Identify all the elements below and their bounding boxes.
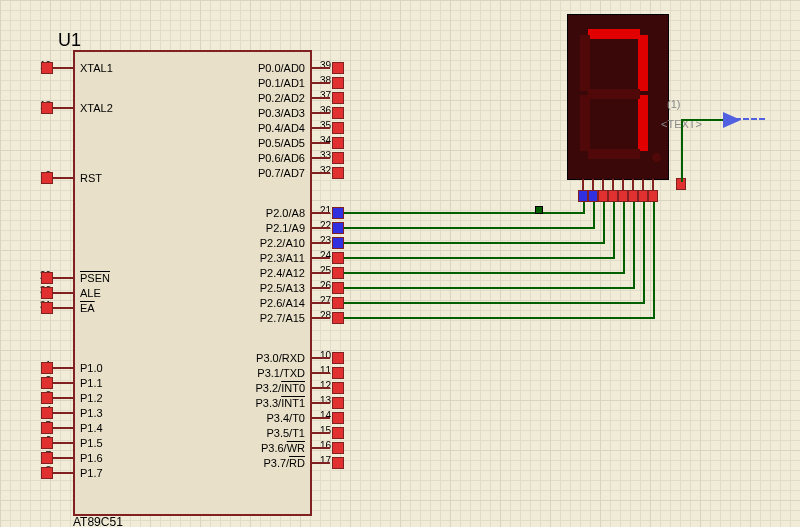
pin-pad[interactable] bbox=[332, 352, 344, 364]
pin-number: 14 bbox=[320, 410, 331, 421]
pin-lead bbox=[53, 457, 73, 459]
pin-number: 23 bbox=[320, 235, 331, 246]
pin-pad[interactable] bbox=[41, 467, 53, 479]
pin-pad[interactable] bbox=[332, 457, 344, 469]
pin-pad[interactable] bbox=[41, 302, 53, 314]
pin-pad[interactable] bbox=[41, 422, 53, 434]
pin-pad[interactable] bbox=[332, 92, 344, 104]
pin-pad[interactable] bbox=[332, 252, 344, 264]
pin-label: P3.7/RD bbox=[225, 457, 305, 469]
pin-lead bbox=[310, 417, 330, 419]
pin-pad[interactable] bbox=[332, 107, 344, 119]
pin-pad[interactable] bbox=[332, 77, 344, 89]
pin-label: P2.4/A12 bbox=[225, 267, 305, 279]
pin-number: 25 bbox=[320, 265, 331, 276]
pin-number: 38 bbox=[320, 75, 331, 86]
pin-pad[interactable] bbox=[332, 152, 344, 164]
segment-b bbox=[638, 35, 648, 91]
pin-pad[interactable] bbox=[332, 267, 344, 279]
pin-number: 36 bbox=[320, 105, 331, 116]
pin-number: 26 bbox=[320, 280, 331, 291]
pin-lead bbox=[53, 292, 73, 294]
pin-pad[interactable] bbox=[332, 442, 344, 454]
chip-ref: U1 bbox=[58, 30, 81, 51]
pin-pad[interactable] bbox=[332, 222, 344, 234]
pin-number: 33 bbox=[320, 150, 331, 161]
wire bbox=[681, 119, 683, 182]
pin-label: P3.1/TXD bbox=[225, 367, 305, 379]
pin-number: 13 bbox=[320, 395, 331, 406]
pin-lead bbox=[310, 172, 330, 174]
pin-label: P1.0 bbox=[80, 362, 103, 374]
pin-pad[interactable] bbox=[41, 362, 53, 374]
pin-label: RST bbox=[80, 172, 102, 184]
pin-pad[interactable] bbox=[41, 102, 53, 114]
pin-pad[interactable] bbox=[332, 397, 344, 409]
pin-label: XTAL2 bbox=[80, 102, 113, 114]
wire bbox=[344, 287, 633, 289]
display-pin-pad[interactable] bbox=[618, 190, 628, 202]
pin-lead bbox=[53, 307, 73, 309]
probe-tail bbox=[735, 118, 765, 120]
pin-pad[interactable] bbox=[41, 272, 53, 284]
pin-lead bbox=[310, 212, 330, 214]
pin-label: ALE bbox=[80, 287, 101, 299]
wire bbox=[603, 202, 605, 244]
pin-pad[interactable] bbox=[41, 172, 53, 184]
pin-label: EA bbox=[80, 302, 95, 314]
pin-number: 24 bbox=[320, 250, 331, 261]
pin-pad[interactable] bbox=[41, 452, 53, 464]
display-pin-pad[interactable] bbox=[628, 190, 638, 202]
pin-pad[interactable] bbox=[332, 282, 344, 294]
pin-pad[interactable] bbox=[332, 312, 344, 324]
segment-g bbox=[588, 89, 640, 99]
pin-lead bbox=[310, 272, 330, 274]
pin-pad[interactable] bbox=[332, 382, 344, 394]
pin-pad[interactable] bbox=[41, 407, 53, 419]
display-pin-pad[interactable] bbox=[648, 190, 658, 202]
wire bbox=[344, 212, 583, 214]
pin-pad[interactable] bbox=[332, 62, 344, 74]
pin-number: 27 bbox=[320, 295, 331, 306]
pin-pad[interactable] bbox=[41, 62, 53, 74]
pin-lead bbox=[310, 302, 330, 304]
pin-lead bbox=[310, 127, 330, 129]
pin-pad[interactable] bbox=[332, 237, 344, 249]
pin-number: 37 bbox=[320, 90, 331, 101]
wire bbox=[681, 119, 723, 121]
pin-lead bbox=[310, 257, 330, 259]
segment-a bbox=[588, 29, 640, 39]
pin-lead bbox=[53, 107, 73, 109]
chip-part: AT89C51 bbox=[73, 515, 123, 527]
display-pin-pad[interactable] bbox=[578, 190, 588, 202]
pin-lead bbox=[53, 67, 73, 69]
pin-label: P2.1/A9 bbox=[225, 222, 305, 234]
pin-pad[interactable] bbox=[41, 287, 53, 299]
pin-label: P3.4/T0 bbox=[225, 412, 305, 424]
pin-pad[interactable] bbox=[332, 427, 344, 439]
pin-pad[interactable] bbox=[41, 377, 53, 389]
pin-lead bbox=[310, 402, 330, 404]
display-pin-pad[interactable] bbox=[638, 190, 648, 202]
pin-label: XTAL1 bbox=[80, 62, 113, 74]
pin-pad[interactable] bbox=[332, 297, 344, 309]
display-pin-pad[interactable] bbox=[608, 190, 618, 202]
pin-pad[interactable] bbox=[332, 122, 344, 134]
pin-pad[interactable] bbox=[332, 167, 344, 179]
pin-label: P1.4 bbox=[80, 422, 103, 434]
pin-label: PSEN bbox=[80, 272, 110, 284]
wire bbox=[344, 242, 603, 244]
pin-label: P2.6/A14 bbox=[225, 297, 305, 309]
wire bbox=[593, 202, 595, 229]
display-pin-pad[interactable] bbox=[598, 190, 608, 202]
pin-pad[interactable] bbox=[41, 392, 53, 404]
pin-pad[interactable] bbox=[332, 137, 344, 149]
pin-pad[interactable] bbox=[332, 207, 344, 219]
pin-label: P2.3/A11 bbox=[225, 252, 305, 264]
pin-lead bbox=[310, 112, 330, 114]
pin-pad[interactable] bbox=[332, 367, 344, 379]
display-pin-pad[interactable] bbox=[588, 190, 598, 202]
pin-pad[interactable] bbox=[332, 412, 344, 424]
pin-pad[interactable] bbox=[41, 437, 53, 449]
seven-segment-display[interactable] bbox=[567, 14, 669, 180]
